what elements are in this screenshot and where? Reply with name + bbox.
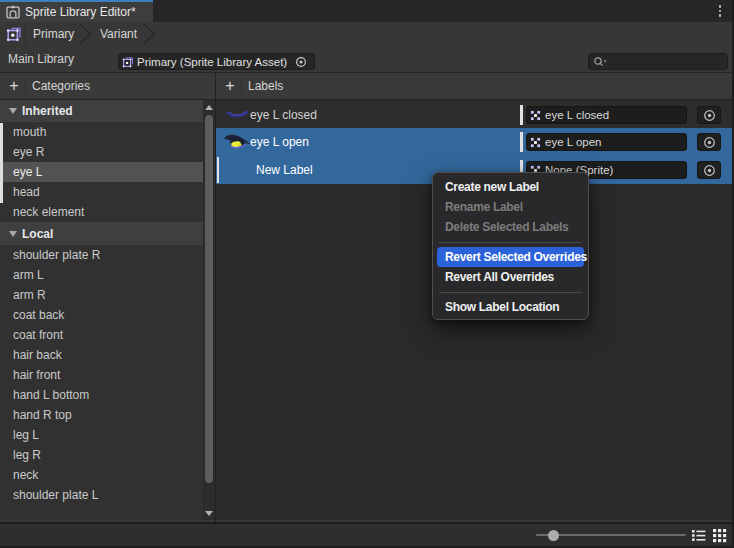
sprite-field-value: eye L closed: [545, 109, 609, 121]
category-row-head[interactable]: head: [0, 182, 203, 202]
scrollbar-thumb[interactable]: [205, 115, 213, 483]
label-row-eye-l-open[interactable]: eye L open eye L open: [216, 128, 734, 156]
breadcrumb-chevron-icon: [79, 24, 92, 44]
labels-title: Labels: [248, 79, 283, 93]
sprite-library-editor-window: Sprite Library Editor* Primary Variant R…: [0, 0, 734, 548]
category-row-shoulder-plate-l[interactable]: shoulder plate L: [0, 485, 203, 505]
override-indicator-bar: [520, 105, 523, 125]
category-row-hair-back[interactable]: hair back: [0, 345, 203, 365]
foldout-arrow-icon: [9, 231, 17, 237]
label-name: eye L open: [250, 128, 309, 156]
object-picker-icon[interactable]: [697, 161, 721, 179]
bottom-bar: [0, 522, 734, 546]
sprite-field-value: eye L open: [545, 136, 601, 148]
categories-title: Categories: [32, 79, 90, 93]
category-row-coat-back[interactable]: coat back: [0, 305, 203, 325]
window-menu-icon[interactable]: [713, 3, 727, 19]
main-library-field-value: Primary (Sprite Library Asset): [137, 56, 287, 68]
category-row-coat-front[interactable]: coat front: [0, 325, 203, 345]
breadcrumb-toolbar: Primary Variant Revert Save Auto Save: [0, 22, 734, 46]
header-separator: [241, 78, 242, 94]
labels-header: + Labels: [216, 73, 734, 99]
tab-sprite-library-editor[interactable]: Sprite Library Editor*: [0, 2, 153, 22]
override-indicator-bar: [0, 123, 3, 203]
category-row-hand-l-bottom[interactable]: hand L bottom: [0, 385, 203, 405]
grid-view-icon[interactable]: [711, 527, 728, 544]
sprite-object-field[interactable]: eye L closed: [526, 106, 687, 124]
list-view-icon[interactable]: [690, 527, 707, 544]
context-menu: Create new Label Rename Label Delete Sel…: [432, 172, 589, 320]
panel-headers: + Categories + Labels: [0, 73, 734, 100]
tab-title: Sprite Library Editor*: [25, 5, 136, 19]
category-row-mouth[interactable]: mouth: [0, 122, 203, 142]
category-row-neck[interactable]: neck: [0, 465, 203, 485]
menu-item-delete-selected-labels: Delete Selected Labels: [437, 217, 584, 237]
categories-scrollbar[interactable]: [203, 100, 215, 520]
category-row-shoulder-plate-r[interactable]: shoulder plate R: [0, 245, 203, 265]
category-row-eye-r[interactable]: eye R: [0, 142, 203, 162]
main-library-label: Main Library: [8, 46, 74, 72]
menu-separator: [439, 287, 582, 297]
override-indicator-bar: [520, 132, 523, 152]
category-row-arm-l[interactable]: arm L: [0, 265, 203, 285]
category-row-leg-l[interactable]: leg L: [0, 425, 203, 445]
object-picker-icon[interactable]: [289, 55, 313, 68]
category-row-hair-front[interactable]: hair front: [0, 365, 203, 385]
tab-bar: Sprite Library Editor*: [0, 0, 734, 22]
category-row-eye-l[interactable]: eye L: [0, 162, 203, 182]
menu-item-revert-selected-overrides[interactable]: Revert Selected Overrides: [437, 247, 584, 267]
sprite-library-asset-icon: [6, 26, 22, 42]
slider-knob[interactable]: [548, 530, 559, 541]
zoom-slider[interactable]: [536, 524, 686, 546]
sprite-object-field[interactable]: eye L open: [526, 133, 687, 151]
menu-item-rename-label: Rename Label: [437, 197, 584, 217]
breadcrumb-primary[interactable]: Primary: [33, 22, 74, 46]
sprite-library-asset-icon: [122, 56, 134, 68]
search-field[interactable]: [588, 53, 728, 70]
category-row-neck-element[interactable]: neck element: [0, 202, 203, 222]
category-row-arm-r[interactable]: arm R: [0, 285, 203, 305]
sprite-icon: [530, 110, 541, 121]
menu-item-revert-all-overrides[interactable]: Revert All Overrides: [437, 267, 584, 287]
menu-item-create-new-label[interactable]: Create new Label: [437, 177, 584, 197]
group-header-local[interactable]: Local: [0, 222, 203, 245]
scroll-down-icon[interactable]: [203, 506, 215, 520]
categories-list: Inherited mouth eye R eye L head neck el…: [0, 100, 215, 520]
category-row-hand-r-top[interactable]: hand R top: [0, 405, 203, 425]
sprite-icon: [530, 137, 541, 148]
category-row-leg-r[interactable]: leg R: [0, 445, 203, 465]
menu-separator: [439, 237, 582, 247]
breadcrumb-variant[interactable]: Variant: [100, 22, 137, 46]
object-picker-icon[interactable]: [697, 106, 721, 124]
toolbar-separator: [25, 24, 26, 44]
override-indicator-bar: [217, 157, 220, 183]
main-library-object-field[interactable]: Primary (Sprite Library Asset): [118, 53, 315, 70]
menu-item-show-label-location[interactable]: Show Label Location: [437, 297, 584, 317]
label-name: eye L closed: [250, 101, 317, 128]
group-header-inherited[interactable]: Inherited: [0, 100, 203, 122]
main-library-row: Main Library Primary (Sprite Library Ass…: [0, 46, 734, 73]
label-row-eye-l-closed[interactable]: eye L closed eye L closed: [216, 101, 734, 128]
breadcrumb-chevron-icon: [143, 24, 156, 44]
search-icon: [593, 56, 607, 68]
add-category-button[interactable]: +: [5, 77, 23, 95]
add-label-button[interactable]: +: [221, 77, 239, 95]
object-picker-icon[interactable]: [697, 133, 721, 151]
label-name: New Label: [256, 156, 313, 184]
header-separator: [25, 78, 26, 94]
scroll-up-icon[interactable]: [203, 100, 215, 114]
window-icon: [6, 5, 20, 19]
categories-header: + Categories: [0, 73, 215, 99]
search-input[interactable]: [609, 56, 719, 68]
foldout-arrow-icon: [9, 108, 17, 114]
